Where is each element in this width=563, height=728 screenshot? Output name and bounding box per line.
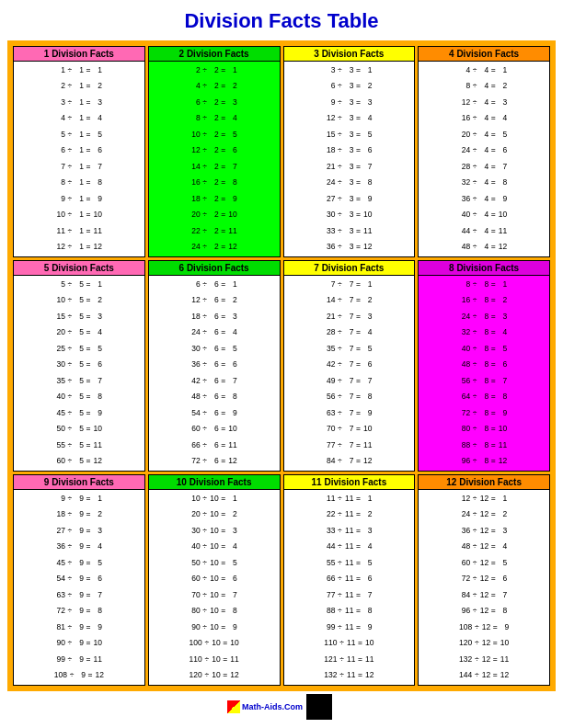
section-header-3: 3 Division Facts	[284, 47, 415, 62]
fact-row: 27÷3=9	[284, 195, 415, 204]
fact-row: 42÷7=6	[284, 360, 415, 370]
fact-row: 108÷9=12	[14, 671, 144, 680]
fact-row: 63÷9=7	[14, 591, 144, 600]
section-header-9: 9 Division Facts	[14, 475, 144, 490]
fact-row: 9÷9=1	[14, 495, 144, 504]
fact-row: 30÷6=5	[149, 345, 280, 354]
page-title: Division Facts Table	[184, 9, 378, 33]
fact-row: 24÷6=4	[149, 328, 280, 337]
fact-row: 44÷11=4	[284, 542, 415, 552]
section-body-10: 10÷10=120÷10=230÷10=340÷10=450÷10=560÷10…	[149, 490, 280, 685]
fact-row: 10÷5=2	[14, 296, 144, 305]
fact-row: 60÷6=10	[149, 425, 280, 434]
section-2: 2 Division Facts2÷2=14÷2=26÷2=38÷2=410÷2…	[148, 46, 281, 257]
fact-row: 18÷9=2	[14, 510, 144, 519]
section-header-7: 7 Division Facts	[284, 261, 415, 276]
fact-row: 96÷8=12	[419, 457, 549, 466]
fact-row: 8÷2=4	[149, 114, 280, 123]
fact-row: 36÷4=9	[419, 195, 549, 204]
fact-row: 72÷9=8	[14, 607, 144, 616]
fact-row: 96÷12=8	[419, 607, 549, 616]
fact-row: 16÷2=8	[149, 178, 280, 188]
fact-row: 36÷6=6	[149, 360, 280, 370]
fact-row: 32÷8=4	[419, 328, 549, 337]
fact-row: 56÷8=7	[419, 377, 549, 386]
fact-row: 14÷2=7	[149, 163, 280, 172]
fact-row: 6÷2=3	[149, 98, 280, 108]
fact-row: 48÷6=8	[149, 392, 280, 402]
fact-row: 20÷2=10	[149, 210, 280, 220]
fact-row: 45÷9=5	[14, 559, 144, 568]
section-5: 5 Division Facts5÷5=110÷5=215÷5=320÷5=42…	[13, 260, 145, 472]
section-9: 9 Division Facts9÷9=118÷9=227÷9=336÷9=44…	[13, 474, 145, 686]
fact-row: 56÷7=8	[284, 392, 415, 402]
fact-row: 80÷10=8	[149, 607, 280, 616]
fact-row: 12÷12=1	[419, 495, 549, 504]
section-header-10: 10 Division Facts	[149, 475, 280, 490]
section-body-2: 2÷2=14÷2=26÷2=38÷2=410÷2=512÷2=614÷2=716…	[149, 62, 280, 256]
fact-row: 77÷11=7	[284, 591, 415, 600]
fact-row: 70÷10=7	[149, 591, 280, 600]
fact-row: 84÷7=12	[284, 457, 415, 466]
fact-row: 35÷7=5	[284, 345, 415, 354]
fact-row: 77÷7=11	[284, 441, 415, 450]
fact-row: 35÷5=7	[14, 377, 144, 386]
fact-row: 70÷7=10	[284, 425, 415, 434]
fact-row: 121÷11=11	[284, 655, 415, 665]
fact-row: 40÷5=8	[14, 392, 144, 402]
fact-row: 6÷3=2	[284, 82, 415, 91]
fact-row: 6÷1=6	[14, 146, 144, 155]
fact-row: 10÷2=5	[149, 131, 280, 140]
fact-row: 132÷12=11	[419, 655, 549, 665]
qr-code	[306, 694, 332, 720]
fact-row: 11÷1=11	[14, 227, 144, 236]
fact-row: 9÷1=9	[14, 195, 144, 204]
fact-row: 110÷11=10	[284, 639, 415, 648]
section-10: 10 Division Facts10÷10=120÷10=230÷10=340…	[148, 474, 281, 686]
section-4: 4 Division Facts4÷4=18÷4=212÷4=316÷4=420…	[418, 46, 550, 257]
fact-row: 24÷4=6	[419, 146, 549, 155]
fact-row: 28÷4=7	[419, 163, 549, 172]
section-body-11: 11÷11=122÷11=233÷11=344÷11=455÷11=566÷11…	[284, 490, 415, 685]
fact-row: 18÷6=3	[149, 313, 280, 322]
fact-row: 25÷5=5	[14, 345, 144, 354]
fact-row: 144÷12=12	[419, 671, 549, 680]
fact-row: 40÷10=4	[149, 542, 280, 552]
section-body-12: 12÷12=124÷12=236÷12=348÷12=460÷12=572÷12…	[419, 490, 549, 685]
fact-row: 24÷2=12	[149, 243, 280, 252]
fact-row: 2÷2=1	[149, 66, 280, 75]
section-body-1: 1÷1=12÷1=23÷1=34÷1=45÷1=56÷1=67÷1=78÷1=8…	[14, 62, 144, 256]
fact-row: 33÷3=11	[284, 227, 415, 236]
fact-row: 72÷6=12	[149, 457, 280, 466]
fact-row: 24÷3=8	[284, 178, 415, 188]
fact-row: 11÷11=1	[284, 495, 415, 504]
fact-row: 22÷11=2	[284, 510, 415, 519]
fact-row: 30÷3=10	[284, 210, 415, 220]
fact-row: 36÷12=3	[419, 527, 549, 536]
fact-row: 5÷1=5	[14, 131, 144, 140]
section-body-4: 4÷4=18÷4=212÷4=316÷4=420÷4=524÷4=628÷4=7…	[419, 62, 549, 256]
section-3: 3 Division Facts3÷3=16÷3=29÷3=312÷3=415÷…	[283, 46, 416, 257]
fact-row: 48÷4=12	[419, 243, 549, 252]
fact-row: 40÷8=5	[419, 345, 549, 354]
fact-row: 7÷1=7	[14, 163, 144, 172]
fact-row: 64÷8=8	[419, 392, 549, 402]
fact-row: 4÷4=1	[419, 66, 549, 75]
section-header-6: 6 Division Facts	[149, 261, 280, 276]
fact-row: 54÷6=9	[149, 409, 280, 418]
fact-row: 24÷12=2	[419, 510, 549, 519]
fact-row: 63÷7=9	[284, 409, 415, 418]
fact-row: 32÷4=8	[419, 178, 549, 188]
fact-row: 81÷9=9	[14, 623, 144, 632]
fact-row: 100÷10=10	[149, 639, 280, 648]
footer: Math-Aids.Com	[227, 691, 336, 721]
fact-row: 3÷3=1	[284, 66, 415, 75]
fact-row: 108÷12=9	[419, 623, 549, 632]
fact-row: 9÷3=3	[284, 98, 415, 108]
table-container: 1 Division Facts1÷1=12÷1=23÷1=34÷1=45÷1=…	[7, 40, 556, 691]
fact-row: 12÷4=3	[419, 98, 549, 108]
fact-row: 24÷8=3	[419, 313, 549, 322]
fact-row: 20÷5=4	[14, 328, 144, 337]
fact-row: 16÷8=2	[419, 296, 549, 305]
fact-row: 10÷10=1	[149, 495, 280, 504]
